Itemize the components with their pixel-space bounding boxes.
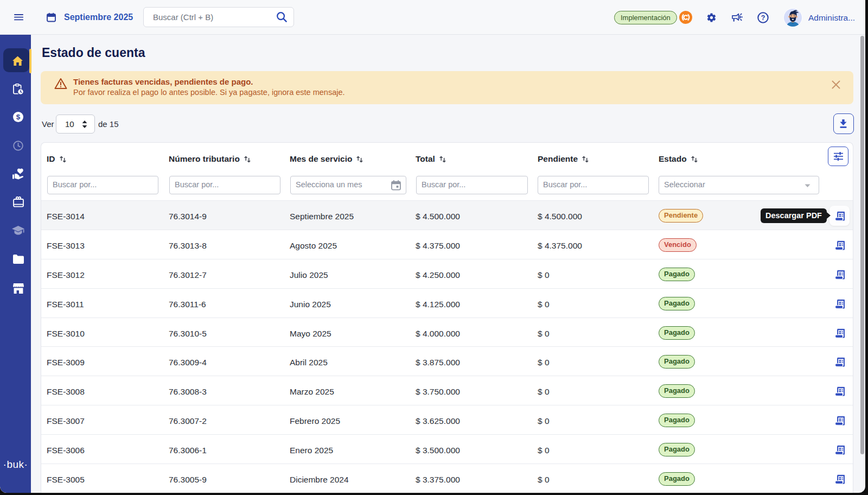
svg-text:?: ? xyxy=(761,14,765,22)
svg-text:$: $ xyxy=(16,113,21,121)
